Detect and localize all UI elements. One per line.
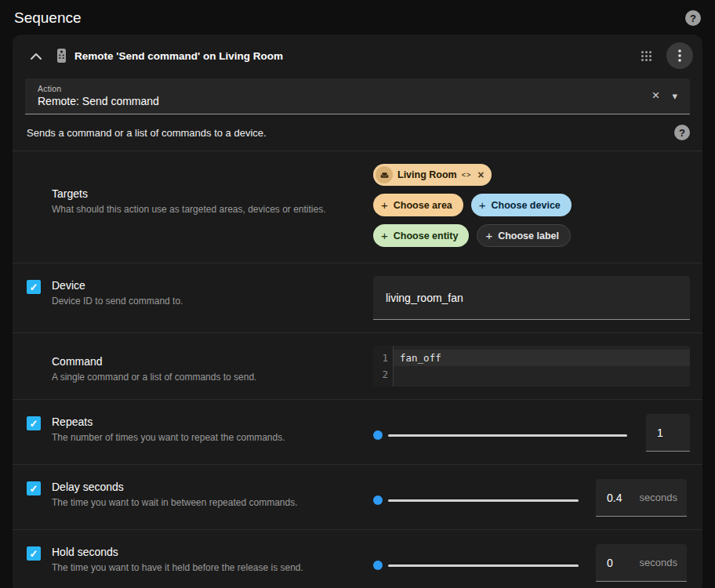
targets-section: Targets What should this action use as t… xyxy=(13,151,702,263)
delay-checkbox[interactable]: ✓ xyxy=(27,481,41,495)
remote-icon xyxy=(56,48,67,64)
action-help-button[interactable]: ? xyxy=(674,125,690,140)
check-icon: ✓ xyxy=(30,418,38,430)
command-title: Command xyxy=(52,355,256,368)
targets-title: Targets xyxy=(52,187,326,200)
hold-title: Hold seconds xyxy=(52,546,303,558)
hold-input[interactable]: 0 seconds xyxy=(596,544,687,582)
repeats-checkbox[interactable]: ✓ xyxy=(27,416,41,430)
check-icon: ✓ xyxy=(30,281,38,293)
action-description: Sends a command or a list of commands to… xyxy=(27,127,267,139)
hold-slider[interactable] xyxy=(373,557,579,573)
area-chip[interactable]: Living Room <> × xyxy=(373,164,492,186)
device-section: ✓ Device Device ID to send command to. l… xyxy=(13,263,702,333)
targets-picker: Living Room <> × + Choose area + Choose … xyxy=(373,164,690,247)
repeats-section: ✓ Repeats The number of times you want t… xyxy=(13,400,702,465)
delay-value: 0.4 xyxy=(607,492,622,504)
repeats-input[interactable]: 1 xyxy=(646,414,690,452)
choose-label-label: Choose label xyxy=(498,230,559,241)
plus-icon: + xyxy=(381,229,388,242)
more-vert-icon xyxy=(678,49,681,62)
hold-titles: Hold seconds The time you want to have i… xyxy=(52,546,303,575)
slider-track[interactable] xyxy=(388,434,627,437)
page: Sequence ? Remote ' xyxy=(0,0,715,588)
targets-titles: Targets What should this action use as t… xyxy=(52,167,326,216)
action-select[interactable]: Action Remote: Send command × ▾ xyxy=(25,78,690,114)
page-title: Sequence xyxy=(14,9,82,27)
hold-subtitle: The time you want to have it held before… xyxy=(52,562,303,575)
slider-thumb[interactable] xyxy=(373,495,383,505)
delay-subtitle: The time you want to wait in between rep… xyxy=(52,497,298,510)
choose-device-button[interactable]: + Choose device xyxy=(471,194,572,216)
plus-icon: + xyxy=(381,198,388,212)
device-title: Device xyxy=(52,279,183,292)
delay-input[interactable]: 0.4 seconds xyxy=(596,479,687,517)
help-icon: ? xyxy=(690,13,696,24)
area-chip-label: Living Room xyxy=(397,169,457,180)
plus-icon: + xyxy=(485,229,492,242)
choose-area-button[interactable]: + Choose area xyxy=(373,194,463,216)
target-buttons: + Choose area + Choose device + Choose e… xyxy=(373,194,632,247)
overflow-menu-button[interactable] xyxy=(666,42,693,69)
collapse-button[interactable] xyxy=(24,43,49,68)
delay-unit: seconds xyxy=(640,492,677,503)
device-subtitle: Device ID to send command to. xyxy=(52,296,183,308)
device-titles: Device Device ID to send command to. xyxy=(52,279,183,308)
delay-titles: Delay seconds The time you want to wait … xyxy=(52,481,298,510)
device-id-input[interactable]: living_room_fan xyxy=(373,276,690,320)
choose-label-button[interactable]: + Choose label xyxy=(477,224,571,247)
chevron-up-icon xyxy=(31,53,42,60)
page-help-button[interactable]: ? xyxy=(685,10,701,26)
line-number: 1 xyxy=(373,350,388,366)
check-icon: ✓ xyxy=(30,548,38,560)
action-description-row: Sends a command or a list of commands to… xyxy=(13,114,702,151)
hold-section: ✓ Hold seconds The time you want to have… xyxy=(13,530,702,588)
command-titles: Command A single command or a list of co… xyxy=(52,349,256,384)
selected-targets: Living Room <> × xyxy=(373,164,690,186)
line-number: 2 xyxy=(373,366,388,383)
code-line: fan_off xyxy=(394,350,690,366)
check-icon: ✓ xyxy=(30,483,38,495)
checkbox-slot xyxy=(27,167,41,216)
card-header: Remote 'Send command' on Living Room xyxy=(13,34,702,75)
help-icon: ? xyxy=(679,127,685,139)
action-texts: Action Remote: Send command xyxy=(38,84,644,107)
line-number-gutter: 1 2 xyxy=(373,346,394,387)
slider-thumb[interactable] xyxy=(373,561,383,570)
command-code-editor[interactable]: 1 2 fan_off xyxy=(373,346,690,387)
repeats-subtitle: The number of times you want to repeat t… xyxy=(52,432,285,445)
action-card: Remote 'Send command' on Living Room xyxy=(13,34,702,588)
action-field-value: Remote: Send command xyxy=(38,95,644,107)
grid-icon xyxy=(641,50,652,62)
choose-device-label: Choose device xyxy=(492,200,561,211)
delay-section: ✓ Delay seconds The time you want to wai… xyxy=(13,465,702,530)
sofa-icon xyxy=(376,166,393,183)
slider-track[interactable] xyxy=(388,564,579,567)
hold-checkbox[interactable]: ✓ xyxy=(27,546,41,561)
code-area[interactable]: fan_off xyxy=(394,346,690,387)
delay-slider[interactable] xyxy=(373,492,579,508)
targets-subtitle: What should this action use as targeted … xyxy=(52,204,326,216)
command-subtitle: A single command or a list of commands t… xyxy=(52,372,256,384)
remove-area-icon[interactable]: × xyxy=(476,169,485,181)
reorder-button[interactable] xyxy=(633,43,659,68)
choose-entity-button[interactable]: + Choose entity xyxy=(373,224,469,247)
repeats-value: 1 xyxy=(657,426,663,439)
choose-entity-label: Choose entity xyxy=(394,230,459,241)
delay-title: Delay seconds xyxy=(52,481,298,493)
slider-thumb[interactable] xyxy=(373,430,383,440)
choose-area-label: Choose area xyxy=(394,200,452,211)
repeats-slider[interactable] xyxy=(373,427,627,443)
expand-targets-icon[interactable]: <> xyxy=(462,171,472,179)
device-checkbox[interactable]: ✓ xyxy=(27,280,41,294)
checkbox-slot xyxy=(27,349,41,384)
clear-icon[interactable]: × xyxy=(644,88,668,103)
plus-icon: + xyxy=(479,198,486,212)
command-section: Command A single command or a list of co… xyxy=(13,333,702,400)
hold-value: 0 xyxy=(607,557,613,569)
chevron-down-icon[interactable]: ▾ xyxy=(667,90,682,102)
action-field-label: Action xyxy=(38,84,644,93)
slider-track[interactable] xyxy=(388,499,579,502)
action-field-wrap: Action Remote: Send command × ▾ xyxy=(13,75,702,114)
page-header: Sequence ? xyxy=(13,5,702,31)
